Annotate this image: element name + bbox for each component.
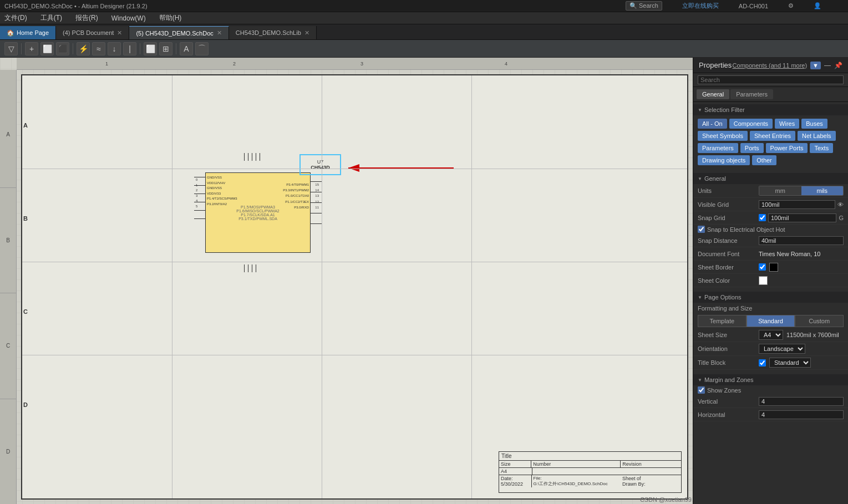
menu-window[interactable]: Window(W) (109, 13, 148, 23)
sf-net-labels[interactable]: Net Labels (798, 131, 836, 141)
search-container (693, 73, 848, 87)
component-value: CH543D (311, 165, 330, 170)
menu-tools[interactable]: 工具(T) (38, 12, 64, 24)
snap-electrical-row: Snap to Electrical Object Hot (693, 225, 848, 234)
sf-other[interactable]: Other (752, 155, 776, 165)
orientation-select[interactable]: Landscape Portrait (759, 344, 805, 354)
tb-size-label: Size (499, 461, 531, 467)
search-box[interactable]: 🔍 Search (626, 1, 662, 11)
place-netlabel[interactable]: ≈ (92, 42, 105, 55)
horizontal-row: Horizontal (693, 408, 848, 421)
props-pin-btn[interactable]: 📌 (834, 62, 842, 69)
sf-components[interactable]: Components (729, 119, 773, 129)
sf-buses[interactable]: Buses (801, 119, 827, 129)
sf-sheet-entries[interactable]: Sheet Entries (750, 131, 795, 141)
toolbar: ▽ + ⬜ ⬛ ⚡ ≈ ↓ | ⬜ ⊞ A ⌒ (0, 40, 848, 58)
vertical-input[interactable] (759, 397, 844, 406)
place-power[interactable]: ⚡ (77, 42, 90, 55)
snap-distance-input[interactable] (759, 236, 844, 245)
user-icon[interactable]: 👤 (814, 2, 821, 9)
menu-bar: 文件(D) 工具(T) 报告(R) Window(W) 帮助(H) (0, 12, 848, 24)
props-collapse-btn[interactable]: — (824, 62, 831, 69)
page-options-header[interactable]: Page Options (693, 292, 848, 303)
ruler-row-c: C (0, 293, 16, 399)
props-search-input[interactable] (698, 75, 844, 84)
general-header[interactable]: General (693, 173, 848, 184)
tab-bar: 🏠 Home Page (4) PCB Document ✕ (5) CH543… (0, 24, 848, 40)
filter-icon[interactable]: ▼ (810, 62, 821, 69)
show-zones-row: Show Zones (693, 385, 848, 395)
pin-lines-right (311, 181, 322, 224)
sheet-color-swatch[interactable] (759, 276, 768, 285)
user-account[interactable]: AD-CH001 (739, 3, 768, 9)
place-text[interactable]: A (180, 42, 193, 55)
sheet-color-row: Sheet Color (693, 274, 848, 287)
tab-general[interactable]: General (697, 89, 729, 99)
tab-close-active[interactable]: ✕ (217, 29, 222, 37)
selection-filter-header[interactable]: Selection Filter (693, 104, 848, 115)
menu-help[interactable]: 帮助(H) (157, 12, 184, 24)
show-zones-checkbox[interactable] (698, 386, 705, 394)
document-options-link[interactable]: Components (and 11 more) (733, 62, 808, 69)
unit-mils[interactable]: mils (801, 186, 844, 195)
designator-label: U7 (317, 159, 324, 165)
place-component[interactable]: ⬜ (144, 42, 157, 55)
sheet-border-checkbox[interactable] (759, 263, 766, 271)
component-reference-box[interactable]: U7 CH543D (299, 154, 341, 175)
ruler-row-a: A (0, 82, 16, 188)
sf-parameters[interactable]: Parameters (698, 143, 738, 153)
horizontal-input[interactable] (759, 410, 844, 419)
vertical-label: Vertical (698, 398, 759, 405)
format-custom[interactable]: Custom (795, 315, 844, 327)
menu-file[interactable]: 文件(D) (2, 12, 29, 24)
props-header: Properties Components (and 11 more) ▼ — … (693, 58, 848, 73)
schematic-sheet[interactable]: A B C D GND/VSS (21, 74, 688, 500)
sf-power-ports[interactable]: Power Ports (766, 143, 808, 153)
sheet-border-row: Sheet Border (693, 261, 848, 274)
tab-schlib[interactable]: CH543D_DEMO.SchLib ✕ (229, 26, 317, 39)
title-block-checkbox[interactable] (759, 359, 766, 366)
place-bus[interactable]: ⬜ (40, 42, 54, 55)
title-block-select[interactable]: Standard ANSI (769, 358, 811, 368)
snap-distance-row: Snap Distance (693, 234, 848, 247)
settings-icon[interactable]: ⚙ (788, 2, 794, 9)
place-noconnect[interactable]: | (123, 42, 136, 55)
all-on-btn[interactable]: All - On (698, 119, 727, 129)
sheet-border-color[interactable] (769, 263, 778, 272)
format-buttons: Template Standard Custom (698, 315, 844, 327)
place-port[interactable]: ⬛ (56, 42, 69, 55)
tab-schdoc[interactable]: (5) CH543D_DEMO.SchDoc ✕ (129, 26, 228, 39)
snap-grid-checkbox[interactable] (759, 214, 766, 221)
sheet-size-select[interactable]: A4 A3 A2 (759, 330, 783, 340)
unit-mm[interactable]: mm (759, 186, 801, 195)
visible-grid-eye[interactable]: 👁 (837, 201, 844, 208)
menu-reports[interactable]: 报告(R) (73, 12, 100, 24)
margin-zones-header[interactable]: Margin and Zones (693, 374, 848, 385)
tab-home[interactable]: 🏠 Home Page (0, 26, 56, 39)
format-standard[interactable]: Standard (747, 315, 795, 327)
place-wire[interactable]: + (25, 42, 38, 55)
schematic-canvas[interactable]: 1 2 3 4 A B C D A B C D (0, 58, 693, 504)
sf-drawing-objects[interactable]: Drawing objects (698, 155, 750, 165)
sf-sheet-symbols[interactable]: Sheet Symbols (698, 131, 748, 141)
sf-ports[interactable]: Ports (740, 143, 764, 153)
snap-grid-input[interactable] (768, 213, 836, 222)
ic-component[interactable]: GND/VSS VDD12/VHV GND/VSS VDD/V33 P1.4/T… (194, 161, 322, 264)
tab-parameters[interactable]: Parameters (730, 89, 773, 99)
vertical-row: Vertical (693, 395, 848, 408)
sf-texts[interactable]: Texts (810, 143, 833, 153)
format-template[interactable]: Template (698, 315, 747, 327)
buy-link[interactable]: 立即在线购买 (682, 2, 719, 10)
snap-electrical-checkbox[interactable] (698, 226, 705, 233)
visible-grid-input[interactable] (759, 200, 835, 209)
filter-btn[interactable]: ▽ (4, 42, 18, 55)
snap-distance-label: Snap Distance (698, 237, 759, 244)
sf-wires[interactable]: Wires (775, 119, 799, 129)
props-tabs: General Parameters (693, 87, 848, 102)
place-sheet[interactable]: ⊞ (159, 42, 172, 55)
tab-close[interactable]: ✕ (117, 29, 122, 37)
tab-close-schlib[interactable]: ✕ (304, 29, 309, 37)
tab-pcb[interactable]: (4) PCB Document ✕ (56, 26, 129, 39)
place-arc[interactable]: ⌒ (195, 42, 209, 55)
place-junction[interactable]: ↓ (108, 42, 121, 55)
